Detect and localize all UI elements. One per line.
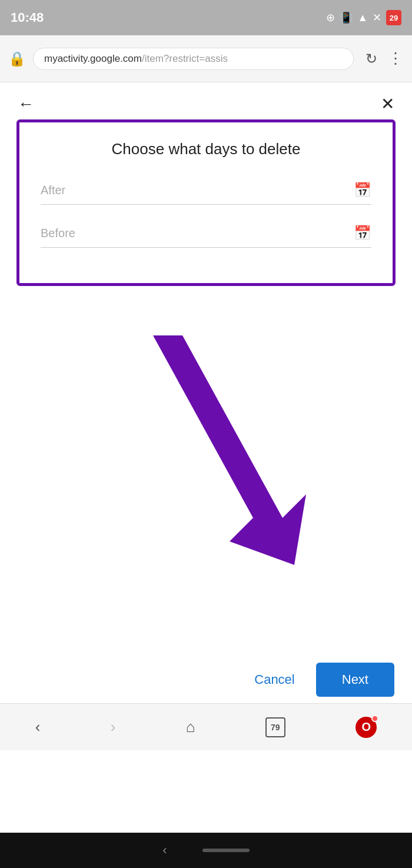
lock-icon: 🔒: [8, 51, 26, 67]
browser-forward-button[interactable]: ›: [111, 718, 116, 736]
svg-marker-0: [153, 335, 306, 565]
opera-notification-dot: [371, 715, 378, 722]
close-button[interactable]: ✕: [381, 94, 394, 114]
opera-label: O: [361, 720, 371, 734]
after-label: After: [41, 184, 354, 197]
browser-bottom-nav: ‹ › ⌂ 79 O: [0, 703, 412, 750]
status-icons: ⊕ 📳 ▲ ✕ 29: [326, 10, 401, 25]
reload-icon[interactable]: ↻: [366, 51, 377, 67]
before-calendar-icon[interactable]: 📅: [354, 225, 371, 241]
cancel-button[interactable]: Cancel: [245, 665, 304, 694]
before-label: Before: [41, 227, 354, 240]
page-content: ← ✕ Choose what days to delete After 📅 B…: [0, 82, 412, 786]
dialog-title: Choose what days to delete: [41, 140, 371, 158]
url-path: /item?restrict=assis: [142, 53, 228, 65]
system-home-pill[interactable]: [202, 849, 250, 852]
status-time: 10:48: [11, 10, 44, 25]
back-button[interactable]: ←: [18, 95, 34, 114]
after-calendar-icon[interactable]: 📅: [354, 182, 371, 198]
system-back-button[interactable]: ‹: [162, 843, 167, 858]
add-icon: ⊕: [326, 11, 335, 24]
dialog-card: Choose what days to delete After 📅 Befor…: [16, 119, 396, 286]
url-bar[interactable]: myactivity.google.com /item?restrict=ass…: [33, 48, 354, 70]
arrow-annotation: [118, 330, 318, 565]
status-bar: 10:48 ⊕ 📳 ▲ ✕ 29: [0, 0, 412, 35]
before-date-field[interactable]: Before 📅: [41, 219, 371, 248]
after-date-field[interactable]: After 📅: [41, 176, 371, 205]
next-button[interactable]: Next: [316, 663, 394, 697]
opera-button[interactable]: O: [355, 717, 377, 738]
home-button[interactable]: ⌂: [186, 718, 195, 736]
tabs-count: 79: [271, 723, 280, 732]
browser-back-button[interactable]: ‹: [35, 718, 41, 736]
tabs-button[interactable]: 79: [265, 717, 285, 737]
url-text: myactivity.google.com: [44, 53, 142, 65]
menu-icon[interactable]: ⋮: [388, 49, 404, 68]
signal-icon: ✕: [373, 11, 381, 24]
browser-bar: 🔒 myactivity.google.com /item?restrict=a…: [0, 35, 412, 82]
wifi-icon: ▲: [357, 12, 368, 24]
system-nav: ‹: [0, 833, 412, 868]
page-nav: ← ✕: [0, 82, 412, 119]
notification-badge: 29: [386, 10, 401, 25]
vibrate-icon: 📳: [340, 11, 353, 24]
action-bar: Cancel Next: [0, 656, 412, 703]
